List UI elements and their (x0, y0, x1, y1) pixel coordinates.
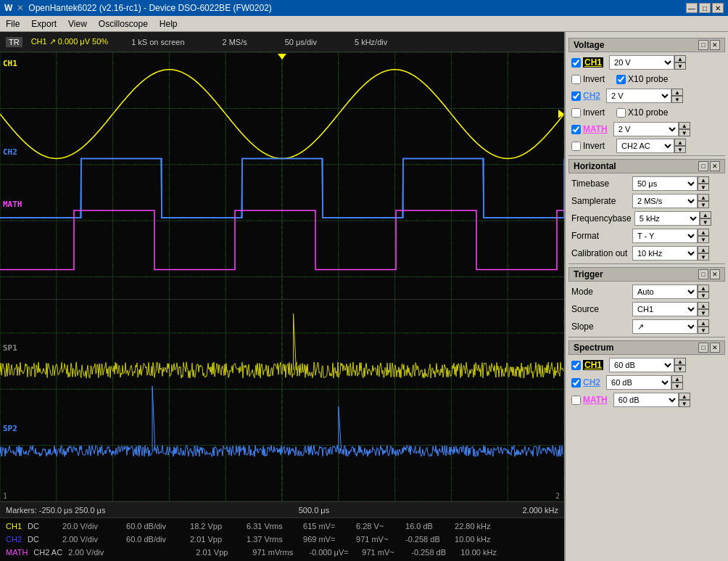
format-control[interactable]: T - Y X - Y ▲ ▼ (632, 229, 709, 243)
ch2-x10-label[interactable]: X10 probe (616, 107, 668, 118)
ch2-invert-label[interactable]: Invert (571, 107, 605, 118)
sp-ch1-label[interactable]: CH1 (583, 360, 603, 370)
ch1-voltage-select[interactable]: 500 mV 1 V 2 V 5 V 10 V 20 V (609, 55, 674, 70)
voltage-close-btn[interactable]: ✕ (710, 40, 720, 50)
ch1-invert-checkbox[interactable] (571, 75, 581, 84)
math-checkbox[interactable] (571, 125, 581, 134)
ch1-x10-label[interactable]: X10 probe (616, 74, 668, 84)
samplerate-down[interactable]: ▼ (698, 201, 709, 208)
trigger-close-btn[interactable]: ✕ (710, 269, 720, 279)
trigger-source-control[interactable]: CH1 CH2 ▲ ▼ (632, 302, 709, 316)
sp-ch2-control[interactable]: 40 dB 60 dB 80 dB ▲ ▼ (606, 375, 683, 390)
trigger-mode-select[interactable]: Auto Normal Single (632, 284, 698, 299)
sp-math-label[interactable]: MATH (583, 395, 608, 405)
sp-math-down[interactable]: ▼ (679, 400, 690, 407)
calout-control[interactable]: 1 kHz 5 kHz 10 kHz ▲ ▼ (632, 246, 709, 261)
minimize-button[interactable]: — (686, 3, 698, 13)
ch1-channel-label[interactable]: CH1 (583, 57, 603, 67)
sp-ch2-label[interactable]: CH2 (583, 377, 600, 388)
sp-ch2-checkbox-label[interactable]: CH2 (571, 377, 600, 388)
ch2-checkbox[interactable] (571, 91, 581, 101)
ch1-voltage-up[interactable]: ▲ (674, 55, 686, 62)
sp-math-control[interactable]: 40 dB 60 dB 80 dB ▲ ▼ (613, 393, 690, 407)
math-checkbox-label[interactable]: MATH (571, 124, 608, 134)
math-voltage-select[interactable]: 500 mV 1 V 2 V 5 V (613, 122, 679, 136)
trigger-slope-down[interactable]: ▼ (698, 327, 709, 334)
ch1-voltage-down[interactable]: ▼ (674, 62, 686, 70)
voltage-expand-btn[interactable]: □ (698, 40, 708, 50)
sp-ch1-control[interactable]: 40 dB 60 dB 80 dB ▲ ▼ (609, 358, 686, 372)
math-channel-label[interactable]: MATH (583, 124, 608, 134)
close-icon-x[interactable]: ✕ (17, 3, 24, 13)
ch1-checkbox-label[interactable]: CH1 (571, 57, 603, 67)
calout-down[interactable]: ▼ (698, 253, 709, 261)
trigger-mode-down[interactable]: ▼ (698, 292, 709, 299)
horizontal-expand-btn[interactable]: □ (698, 161, 708, 171)
calout-select[interactable]: 1 kHz 5 kHz 10 kHz (632, 246, 698, 261)
spectrum-expand-btn[interactable]: □ (698, 343, 708, 353)
format-down[interactable]: ▼ (698, 236, 709, 243)
ch2-voltage-up[interactable]: ▲ (671, 89, 683, 96)
ch2-invert-checkbox[interactable] (571, 108, 581, 118)
close-button[interactable]: ✕ (712, 3, 724, 13)
ch1-x10-checkbox[interactable] (616, 75, 626, 84)
ch1-invert-label[interactable]: Invert (571, 74, 605, 84)
menu-export[interactable]: Export (25, 17, 62, 30)
sp-ch2-down[interactable]: ▼ (671, 382, 683, 390)
trigger-source-up[interactable]: ▲ (698, 302, 709, 309)
samplerate-up[interactable]: ▲ (698, 194, 709, 201)
format-up[interactable]: ▲ (698, 229, 709, 236)
sp-math-checkbox[interactable] (571, 396, 581, 405)
trigger-slope-select[interactable]: ↗ ↘ (632, 319, 698, 334)
sp-ch1-checkbox[interactable] (571, 361, 581, 370)
horizontal-close-btn[interactable]: ✕ (710, 161, 720, 171)
math-voltage-control[interactable]: 500 mV 1 V 2 V 5 V ▲ ▼ (613, 122, 690, 136)
ch2-voltage-control[interactable]: 500 mV 1 V 2 V 5 V 10 V 20 V ▲ ▼ (606, 89, 683, 103)
math-invert-label[interactable]: Invert (571, 141, 605, 151)
ch1-voltage-control[interactable]: 500 mV 1 V 2 V 5 V 10 V 20 V ▲ ▼ (609, 55, 686, 70)
math-mode-down[interactable]: ▼ (674, 146, 686, 153)
sp-ch1-select[interactable]: 40 dB 60 dB 80 dB (609, 358, 674, 372)
menu-view[interactable]: View (62, 17, 93, 30)
sp-ch1-checkbox-label[interactable]: CH1 (571, 360, 603, 370)
menu-help[interactable]: Help (154, 17, 183, 30)
sp-ch1-up[interactable]: ▲ (674, 358, 686, 365)
scope-display[interactable] (0, 52, 564, 501)
math-mode-select[interactable]: CH2 AC CH1 AC CH1+CH2 CH1-CH2 (616, 139, 674, 153)
trigger-expand-btn[interactable]: □ (698, 269, 708, 279)
ch2-x10-checkbox[interactable] (616, 108, 626, 118)
trigger-mode-up[interactable]: ▲ (698, 284, 709, 292)
sp-math-up[interactable]: ▲ (679, 393, 690, 400)
freqbase-up[interactable]: ▲ (700, 211, 711, 218)
calout-up[interactable]: ▲ (698, 246, 709, 253)
sp-math-select[interactable]: 40 dB 60 dB 80 dB (613, 393, 679, 407)
freqbase-down[interactable]: ▼ (700, 218, 711, 226)
sp-ch2-checkbox[interactable] (571, 378, 581, 388)
ch1-checkbox[interactable] (571, 58, 581, 67)
math-mode-up[interactable]: ▲ (674, 139, 686, 146)
menu-oscilloscope[interactable]: Oscilloscope (93, 17, 154, 30)
menu-file[interactable]: File (0, 17, 25, 30)
maximize-button[interactable]: □ (699, 3, 711, 13)
samplerate-select[interactable]: 1 MS/s 2 MS/s 3 MS/s (632, 194, 698, 208)
trigger-slope-control[interactable]: ↗ ↘ ▲ ▼ (632, 319, 709, 334)
sp-ch2-select[interactable]: 40 dB 60 dB 80 dB (606, 375, 671, 390)
samplerate-control[interactable]: 1 MS/s 2 MS/s 3 MS/s ▲ ▼ (632, 194, 709, 208)
scope-canvas[interactable] (0, 52, 564, 501)
math-invert-checkbox[interactable] (571, 142, 581, 151)
ch2-checkbox-label[interactable]: CH2 (571, 91, 600, 101)
freqbase-control[interactable]: 1 kHz 2 kHz 5 kHz 10 kHz ▲ ▼ (634, 211, 711, 226)
trigger-source-select[interactable]: CH1 CH2 (632, 302, 698, 316)
math-voltage-down[interactable]: ▼ (679, 129, 690, 136)
trigger-slope-up[interactable]: ▲ (698, 319, 709, 327)
ch2-voltage-down[interactable]: ▼ (671, 96, 683, 103)
trigger-source-down[interactable]: ▼ (698, 309, 709, 316)
timebase-control[interactable]: 10 μs 20 μs 50 μs 100 μs ▲ ▼ (632, 176, 709, 191)
ch2-channel-label[interactable]: CH2 (583, 91, 600, 101)
sp-ch1-down[interactable]: ▼ (674, 365, 686, 372)
spectrum-close-btn[interactable]: ✕ (710, 343, 720, 353)
ch2-voltage-select[interactable]: 500 mV 1 V 2 V 5 V 10 V 20 V (606, 89, 671, 103)
sp-ch2-up[interactable]: ▲ (671, 375, 683, 382)
timebase-up[interactable]: ▲ (698, 176, 709, 184)
timebase-down[interactable]: ▼ (698, 184, 709, 191)
